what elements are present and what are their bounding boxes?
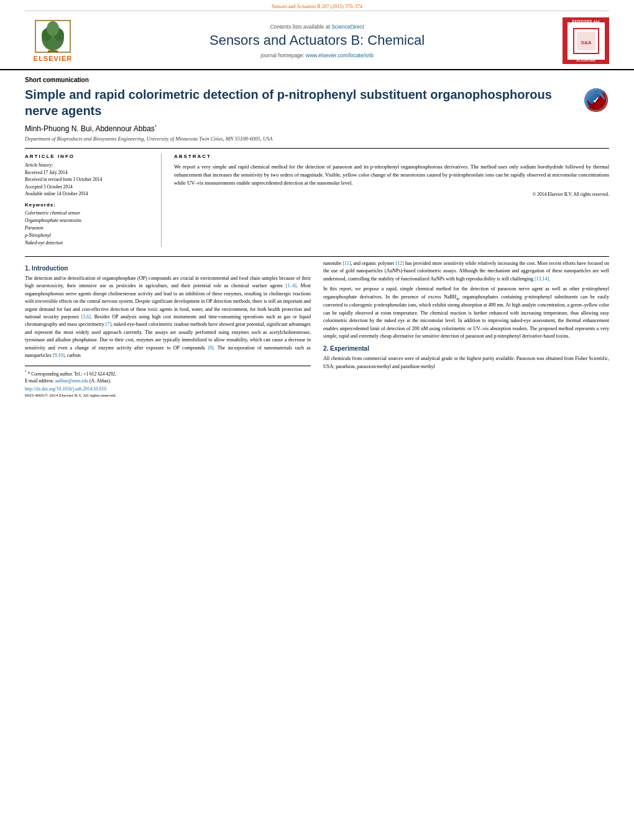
article-title: Simple and rapid colorimetric detection … [25, 86, 578, 119]
keywords-title: Keywords: [25, 202, 152, 208]
issn-line: 0925-4005/© 2014 Elsevier B.V. All right… [25, 393, 311, 398]
accepted-date: Accepted 5 October 2014 [25, 183, 152, 190]
doi-link[interactable]: http://dx.doi.org/10.1016/j.snb.2014.10.… [25, 386, 106, 392]
ref-13-14[interactable]: [13,14] [535, 276, 549, 282]
received-revised-date: Received in revised form 1 October 2014 [25, 176, 152, 183]
article-type: Short communication [25, 76, 609, 83]
keyword-1: Colorimetric chemical sensor [25, 210, 152, 217]
history-label: Article history: [25, 162, 152, 168]
article-info: ARTICLE INFO Article history: Received 1… [25, 154, 162, 247]
abstract-section: ABSTRACT We report a very simple and rap… [174, 154, 609, 247]
journal-header-center: Contents lists available at ScienceDirec… [81, 24, 553, 58]
keywords-section: Keywords: Colorimetric chemical sensor O… [25, 202, 152, 247]
keyword-2: Organophosphate neurotoxins [25, 217, 152, 224]
journal-reference-bar: Sensors and Actuators B 207 (2015) 370–3… [25, 0, 609, 11]
elsevier-tree-icon [34, 19, 71, 53]
ref-1-4[interactable]: [1–4] [286, 283, 296, 288]
svg-text:S&A: S&A [581, 40, 591, 45]
authors-line: Minh-Phuong N. Bui, Abdennour Abbas* [25, 124, 609, 133]
left-column: 1. Introduction The detection and/or det… [25, 260, 311, 398]
journal-homepage-link[interactable]: www.elsevier.com/locate/snb [306, 52, 374, 58]
elsevier-label: ELSEVIER [34, 55, 72, 62]
received-date: Received 17 July 2014 [25, 169, 152, 176]
ref-9-10[interactable]: [9,10] [53, 353, 65, 358]
sensors-inner-icon: S&A [571, 25, 602, 57]
intro-paragraph-3: In this report, we propose a rapid, simp… [323, 285, 609, 340]
footnotes-area: * * Corresponding author. Tel.: +1 612 6… [25, 366, 311, 398]
elsevier-logo: ELSEVIER [25, 19, 81, 62]
svg-text:✓: ✓ [592, 95, 600, 105]
sensors-logo-box: SENSORS AND S&A ACTUATORS [563, 17, 609, 64]
article-body: Short communication Simple and rapid col… [0, 70, 634, 404]
right-column: nanotube [11], and organic polymer [12] … [323, 260, 609, 398]
affiliation: Department of Bioproducts and Biosystems… [25, 136, 609, 142]
article-info-title: ARTICLE INFO [25, 154, 152, 159]
intro-heading: 1. Introduction [25, 265, 311, 272]
experimental-heading: 2. Experimental [323, 345, 609, 352]
ref-5-6[interactable]: [5,6] [81, 314, 91, 320]
title-row: Simple and rapid colorimetric detection … [25, 86, 609, 119]
ref-11[interactable]: [11] [342, 261, 351, 266]
svg-point-4 [47, 21, 59, 36]
main-divider [25, 256, 609, 257]
intro-paragraph-2: nanotube [11], and organic polymer [12] … [323, 260, 609, 283]
author-corresponding-mark: * [155, 124, 157, 129]
ref-8[interactable]: [8] [208, 345, 213, 351]
journal-title: Sensors and Actuators B: Chemical [81, 32, 553, 48]
sensors-text-bottom: ACTUATORS [563, 58, 609, 62]
journal-header: ELSEVIER Contents lists available at Sci… [0, 11, 634, 70]
main-columns: 1. Introduction The detection and/or det… [25, 260, 609, 398]
keyword-4: p-Nitrophenyl [25, 232, 152, 239]
abstract-title: ABSTRACT [174, 154, 609, 159]
doi-line: http://dx.doi.org/10.1016/j.snb.2014.10.… [25, 386, 311, 392]
abstract-text: We report a very simple and rapid chemic… [174, 163, 609, 187]
sensors-text-top: SENSORS AND [563, 19, 609, 23]
journal-homepage-line: journal homepage: www.elsevier.com/locat… [81, 52, 553, 58]
corresponding-email-link[interactable]: aabbas@umn.edu [55, 378, 88, 384]
contents-available-text: Contents lists available at ScienceDirec… [81, 24, 553, 30]
journal-reference: Sensors and Actuators B 207 (2015) 370–3… [272, 4, 362, 9]
email-footnote: E-mail address: aabbas@umn.edu (A. Abbas… [25, 377, 311, 384]
page: Sensors and Actuators B 207 (2015) 370–3… [0, 0, 634, 840]
corresponding-author-note: * * Corresponding author. Tel.: +1 612 6… [25, 370, 311, 377]
experimental-text: All chemicals from commercial sources we… [323, 355, 609, 371]
sensors-actuators-logo: SENSORS AND S&A ACTUATORS [553, 17, 609, 64]
article-info-abstract-section: ARTICLE INFO Article history: Received 1… [25, 148, 609, 247]
keyword-3: Paraoxon [25, 224, 152, 232]
sciencedirect-link[interactable]: ScienceDirect [331, 24, 364, 30]
keyword-5: Naked-eye detection [25, 239, 152, 247]
intro-paragraph-1: The detection and/or detoxification of o… [25, 275, 311, 359]
crossmark-icon: ✓ [584, 88, 608, 112]
ref-7[interactable]: [7] [106, 321, 111, 327]
available-date: Available online 14 October 2014 [25, 190, 152, 197]
ref-12[interactable]: [12] [396, 261, 404, 266]
crossmark-logo[interactable]: ✓ [584, 88, 609, 112]
authors-names: Minh-Phuong N. Bui, Abdennour Abbas [25, 124, 155, 133]
article-dates: Received 17 July 2014 Received in revise… [25, 169, 152, 197]
copyright-line: © 2014 Elsevier B.V. All rights reserved… [174, 192, 609, 197]
sensors-logo-inner: S&A [567, 22, 605, 60]
